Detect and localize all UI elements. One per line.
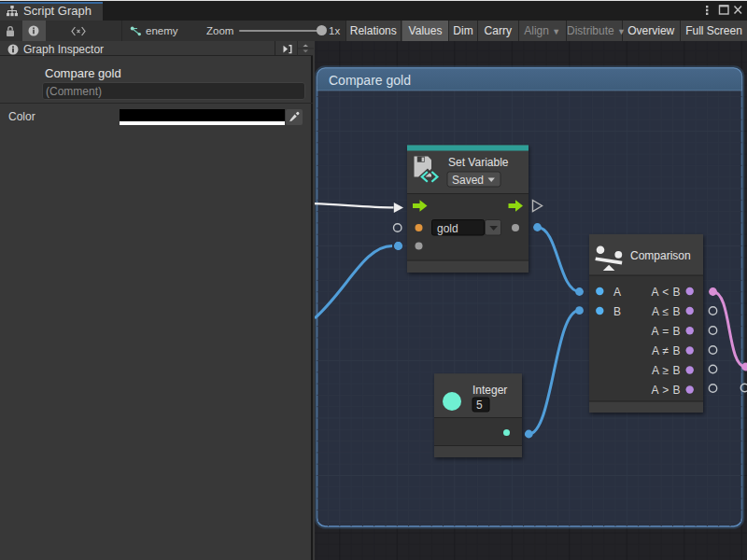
svg-text:A = B: A = B [651,325,681,338]
svg-text:A > B: A > B [651,384,681,397]
svg-text:5: 5 [476,399,483,412]
svg-text:Compare gold: Compare gold [329,73,411,88]
svg-text:A: A [613,286,621,299]
svg-text:A ≠ B: A ≠ B [652,344,681,357]
svg-text:Set Variable: Set Variable [448,156,509,169]
svg-text:A ≥ B: A ≥ B [652,364,681,377]
svg-text:Comparison: Comparison [630,249,691,262]
svg-text:Integer: Integer [472,384,507,397]
svg-text:gold: gold [437,222,458,235]
svg-text:A ≤ B: A ≤ B [652,305,681,318]
svg-text:Saved: Saved [452,174,484,187]
svg-text:B: B [613,305,621,318]
svg-text:A < B: A < B [651,286,681,299]
